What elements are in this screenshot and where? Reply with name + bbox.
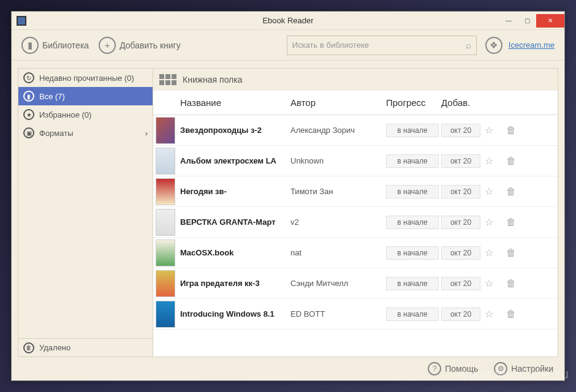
delete-icon[interactable]: 🗑 [505, 247, 517, 259]
sidebar-deleted[interactable]: 🗑 Удалено [18, 338, 153, 356]
added-badge: окт 20 [441, 246, 480, 260]
book-cover [156, 270, 175, 297]
favorite-icon[interactable]: ☆ [483, 308, 495, 320]
sidebar-item-star[interactable]: ★ Избранное (0) [18, 105, 153, 124]
table-row[interactable]: ВЕРСТКА GRANTA-Март v2 в начале окт 20 ☆… [153, 207, 558, 238]
brand-link[interactable]: Icecream.me [509, 40, 555, 50]
book-cover [156, 301, 175, 328]
favorite-icon[interactable]: ☆ [483, 186, 495, 198]
delete-icon[interactable]: 🗑 [505, 155, 517, 167]
minimize-button[interactable]: — [499, 14, 518, 28]
progress-badge: в начале [386, 185, 439, 198]
add-book-label: Добавить книгу [119, 40, 181, 50]
table-row[interactable]: MacOSX.book nat в начале окт 20 ☆ 🗑 [153, 238, 558, 268]
book-cover [156, 148, 175, 175]
added-badge: окт 20 [441, 307, 480, 321]
table-row[interactable]: Негодяи зв- Тимоти Зан в начале окт 20 ☆… [153, 176, 558, 207]
book-author: Тимоти Зан [288, 187, 386, 196]
sidebar-item-recent[interactable]: ↻ Недавно прочитанные (0) [18, 69, 153, 87]
all-icon: ▮ [23, 91, 34, 102]
progress-badge: в начале [386, 307, 439, 321]
brand-button[interactable]: ❖ Icecream.me [482, 34, 558, 56]
book-author: Unknown [288, 156, 386, 165]
titlebar: Ebook Reader — ▢ ✕ [12, 12, 564, 30]
grid-view-icon[interactable] [159, 74, 176, 85]
col-author[interactable]: Автор [288, 97, 386, 108]
search-icon[interactable]: ⌕ [466, 40, 471, 50]
main-title: Книжная полка [183, 75, 243, 85]
added-badge: окт 20 [441, 124, 480, 137]
help-button[interactable]: ? Помощь [424, 360, 482, 378]
sidebar-item-label: Все (7) [39, 92, 65, 101]
table-row[interactable]: Introducing Windows 8.1 ED BOTT в начале… [153, 299, 558, 330]
delete-icon[interactable]: 🗑 [505, 277, 517, 290]
book-cover [156, 178, 175, 205]
delete-icon[interactable]: 🗑 [505, 186, 517, 198]
favorite-icon[interactable]: ☆ [483, 216, 495, 228]
delete-icon[interactable]: 🗑 [505, 124, 517, 137]
book-table: Название Автор Прогресс Добав. Звездопро… [153, 91, 558, 356]
sidebar-list: ↻ Недавно прочитанные (0) ▮ Все (7) ★ Из… [18, 69, 153, 338]
favorite-icon[interactable]: ☆ [483, 277, 495, 290]
col-progress[interactable]: Прогресс [386, 97, 441, 108]
recent-icon: ↻ [23, 72, 34, 83]
col-title[interactable]: Название [178, 97, 288, 108]
plus-icon: + [99, 37, 116, 54]
table-row[interactable]: Игра предателя кк-3 Сэнди Митчелл в нача… [153, 268, 558, 299]
main-panel: Книжная полка Название Автор Прогресс До… [153, 68, 558, 357]
content: ↻ Недавно прочитанные (0) ▮ Все (7) ★ Из… [12, 61, 564, 357]
added-badge: окт 20 [441, 154, 480, 168]
added-badge: окт 20 [441, 216, 480, 229]
book-title: Альбом электросхем LA [178, 156, 288, 165]
toolbar: ▮ Библиотека + Добавить книгу ⌕ ❖ Icecre… [12, 30, 564, 61]
window-title: Ebook Reader [12, 16, 564, 25]
format-icon: ▣ [23, 127, 34, 138]
gear-icon: ⚙ [494, 362, 507, 375]
star-icon: ★ [23, 109, 34, 120]
help-icon: ? [428, 362, 441, 375]
sidebar-item-all[interactable]: ▮ Все (7) [18, 87, 153, 105]
col-added[interactable]: Добав. [441, 97, 483, 108]
sidebar-deleted-label: Удалено [39, 343, 70, 352]
delete-icon[interactable]: 🗑 [505, 308, 517, 320]
sidebar-item-label: Недавно прочитанные (0) [39, 74, 134, 83]
book-cover [156, 209, 175, 236]
search-input[interactable] [292, 40, 466, 50]
book-cover [156, 239, 175, 266]
favorite-icon[interactable]: ☆ [483, 155, 495, 167]
sidebar-item-format[interactable]: ▣ Форматы › [18, 124, 153, 142]
favorite-icon[interactable]: ☆ [483, 247, 495, 259]
book-author: ED BOTT [288, 309, 386, 318]
table-row[interactable]: Звездопроходцы з-2 Александр Зорич в нач… [153, 115, 558, 146]
book-author: nat [288, 248, 386, 257]
sidebar-item-label: Форматы [39, 129, 74, 138]
book-title: Негодяи зв- [178, 187, 288, 196]
sidebar-item-label: Избранное (0) [39, 110, 91, 119]
app-window: Ebook Reader — ▢ ✕ ▮ Библиотека + Добави… [11, 11, 565, 381]
close-button[interactable]: ✕ [536, 14, 564, 28]
sidebar: ↻ Недавно прочитанные (0) ▮ Все (7) ★ Из… [18, 68, 153, 357]
book-author: Александр Зорич [288, 126, 386, 135]
maximize-button[interactable]: ▢ [518, 14, 536, 28]
added-badge: окт 20 [441, 277, 480, 290]
window-controls: — ▢ ✕ [499, 14, 564, 28]
trash-icon: 🗑 [23, 342, 34, 353]
settings-button[interactable]: ⚙ Настройки [490, 360, 557, 378]
search-box[interactable]: ⌕ [287, 36, 477, 55]
progress-badge: в начале [386, 124, 439, 137]
app-icon [17, 16, 26, 26]
add-book-button[interactable]: + Добавить книгу [95, 34, 184, 56]
settings-label: Настройки [511, 364, 553, 374]
delete-icon[interactable]: 🗑 [505, 216, 517, 228]
book-title: Звездопроходцы з-2 [178, 126, 288, 135]
table-row[interactable]: Альбом электросхем LA Unknown в начале о… [153, 146, 558, 176]
favorite-icon[interactable]: ☆ [483, 124, 495, 137]
book-author: v2 [288, 217, 386, 227]
progress-badge: в начале [386, 154, 439, 168]
chevron-right-icon: › [145, 129, 148, 138]
book-cover [156, 117, 175, 144]
library-label: Библиотека [42, 40, 89, 50]
footer: ? Помощь ⚙ Настройки [12, 357, 564, 380]
help-label: Помощь [445, 364, 478, 374]
library-button[interactable]: ▮ Библиотека [18, 34, 93, 56]
